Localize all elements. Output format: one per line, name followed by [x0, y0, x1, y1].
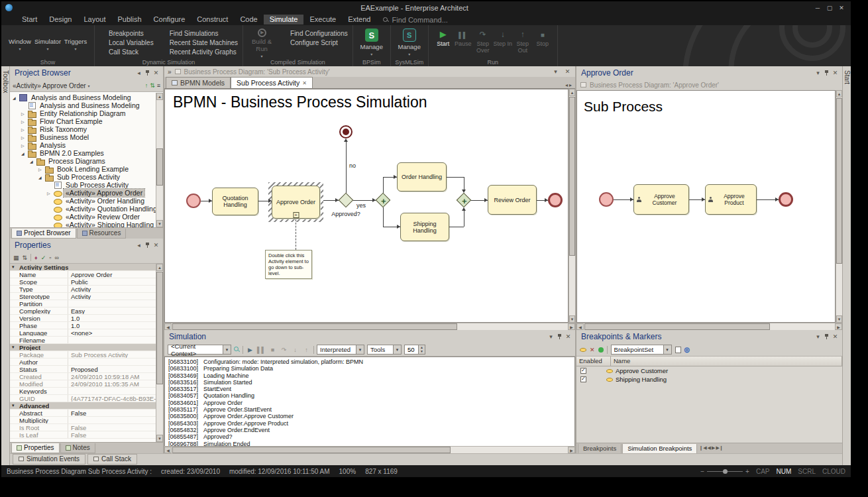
scroll-right-icon[interactable]: ▶: [568, 323, 575, 330]
property-row[interactable]: Modified 24/09/2010 11:05:35 AM: [10, 380, 156, 388]
column-header-enabled[interactable]: Enabled: [576, 357, 611, 366]
tree-item[interactable]: Analysis and Business Modeling: [10, 101, 156, 109]
zoom-slider[interactable]: − +: [700, 468, 749, 475]
context-combo[interactable]: <Current Context>▼: [168, 345, 231, 355]
panel-tab[interactable]: Notes: [60, 443, 95, 453]
chevron-down-icon[interactable]: ▾: [814, 333, 822, 341]
ribbon-menu-item[interactable]: Recent Activity Graphs: [160, 48, 238, 56]
ribbon-menu-item[interactable]: Breakpoints: [99, 29, 154, 37]
selection-hatch-border[interactable]: Approve Order +: [268, 182, 323, 222]
expand-arrow-icon[interactable]: [21, 119, 28, 124]
bpmn-exclusive-gateway[interactable]: [339, 193, 354, 208]
chevron-down-icon[interactable]: ▾: [551, 68, 560, 76]
property-row[interactable]: Multiplicity: [10, 417, 156, 424]
diagram-vertical-scrollbar[interactable]: ▲ ▼: [569, 89, 575, 323]
pin-icon[interactable]: [143, 241, 152, 250]
delete-all-icon[interactable]: ✕: [590, 347, 595, 353]
close-button[interactable]: ✕: [836, 3, 847, 12]
property-value[interactable]: Easy: [68, 307, 156, 314]
zoom-slider-handle[interactable]: [723, 469, 728, 474]
bpmn-end-event[interactable]: [779, 192, 793, 207]
property-value[interactable]: {4A771747-DFAC-4c8b-B93E-1C4...: [68, 395, 156, 402]
new-set-icon[interactable]: [675, 347, 681, 353]
bpmn-parallel-gateway-fork[interactable]: +: [376, 193, 391, 208]
tree-item[interactable]: Sub Process Activity: [10, 181, 156, 189]
bpsim-manage-button[interactable]: S Manage▾: [358, 27, 386, 56]
panel-tab[interactable]: Properties: [11, 443, 60, 453]
property-row[interactable]: Type Activity: [10, 286, 156, 293]
categorized-view-icon[interactable]: ▦: [13, 254, 19, 261]
ribbon-tab[interactable]: Layout: [78, 15, 111, 25]
chevron-down-icon[interactable]: ▾: [547, 333, 555, 341]
favorites-icon[interactable]: ♦: [34, 254, 38, 261]
property-row[interactable]: Filename: [10, 337, 156, 344]
property-row[interactable]: Is Root False: [10, 424, 156, 431]
close-panel-icon[interactable]: ✕: [564, 333, 572, 341]
spinner-arrows-icon[interactable]: ▲▼: [418, 345, 425, 354]
start-page-tab[interactable]: Start: [843, 66, 851, 88]
tab-prev-icon[interactable]: ◀: [708, 445, 711, 451]
build-and-run-button[interactable]: Build & Run▾: [248, 27, 276, 58]
property-value[interactable]: Approve Order: [68, 271, 156, 278]
property-value[interactable]: [40, 344, 156, 351]
expand-arrow-icon[interactable]: [21, 127, 28, 132]
search-icon[interactable]: [234, 347, 240, 353]
property-row[interactable]: Name Approve Order: [10, 271, 156, 278]
property-value[interactable]: 1.0: [68, 315, 156, 321]
property-row[interactable]: Author: [10, 359, 156, 366]
expand-arrow-icon[interactable]: [21, 111, 28, 116]
tree-menu-icon[interactable]: ≡: [157, 82, 160, 89]
scrollbar-thumb[interactable]: [172, 447, 451, 453]
scrollbar-thumb[interactable]: [584, 323, 770, 330]
scroll-left-icon[interactable]: ◀: [164, 447, 172, 453]
tree-item[interactable]: «Activity» Approve Order: [10, 189, 156, 197]
property-value[interactable]: 24/09/2010 11:05:35 AM: [68, 380, 156, 387]
bpmn-task-review-order[interactable]: Review Order: [488, 185, 537, 215]
ribbon-tab[interactable]: Simulate: [264, 15, 304, 25]
ribbon-tab[interactable]: Configure: [148, 15, 191, 25]
breakpoint-set-combo[interactable]: BreakpointSet▼: [611, 345, 672, 355]
enable-all-icon[interactable]: [598, 347, 604, 353]
breakpoint-enabled-checkbox[interactable]: [580, 376, 586, 382]
scrollbar-thumb[interactable]: [156, 272, 163, 384]
property-row[interactable]: Package Sub Process Activity: [10, 351, 156, 359]
property-row[interactable]: Version 1.0: [10, 315, 156, 322]
close-panel-icon[interactable]: ✕: [831, 69, 840, 78]
speed-spinner[interactable]: 50 ▲▼: [404, 345, 425, 355]
diagram-tab[interactable]: Sub Process Activity ✕: [231, 77, 313, 88]
apply-icon[interactable]: ✓: [41, 254, 46, 261]
navigate-up-icon[interactable]: ↑: [145, 82, 148, 89]
scroll-up-icon[interactable]: ▲: [156, 93, 163, 100]
expand-arrow-icon[interactable]: [21, 151, 28, 156]
ribbon-menu-item[interactable]: Recent State Machines: [160, 38, 238, 46]
property-row[interactable]: Advanced: [10, 402, 156, 410]
find-command-box[interactable]: Find Command...: [383, 16, 447, 24]
ribbon-tab[interactable]: Code: [234, 15, 263, 25]
tree-item[interactable]: Business Model: [10, 133, 156, 141]
expand-arrow-icon[interactable]: [30, 159, 36, 164]
property-row[interactable]: Is Leaf False: [10, 431, 156, 439]
note-annotation[interactable]: Double click this Activity element to go…: [265, 250, 312, 279]
expand-arrow-icon[interactable]: [38, 175, 45, 180]
ribbon-menu-item[interactable]: Find Simulations: [160, 29, 238, 37]
property-value[interactable]: False: [68, 424, 156, 431]
scroll-down-icon[interactable]: ▼: [836, 315, 842, 323]
panel-menu-icon[interactable]: ◂: [135, 241, 143, 250]
tree-item[interactable]: «Activity» Order Handling: [10, 197, 156, 205]
mode-combo[interactable]: Interpreted▼: [317, 345, 364, 355]
tree-item[interactable]: Entity Relationship Diagram: [10, 109, 156, 117]
simulation-log[interactable]: [06833100] Configuration: mode: Interpre…: [164, 357, 575, 446]
column-header-name[interactable]: Name: [611, 357, 842, 366]
ribbon-button[interactable]: Window▾: [6, 27, 34, 51]
pin-icon[interactable]: [822, 333, 831, 341]
tools-combo[interactable]: Tools▼: [367, 345, 402, 355]
property-row[interactable]: Abstract False: [10, 410, 156, 417]
tab-last-icon[interactable]: ▶❙: [716, 445, 723, 451]
bpmn-parallel-gateway-join[interactable]: +: [457, 193, 472, 208]
tree-item[interactable]: Analysis: [10, 141, 156, 149]
bpmn-end-event[interactable]: [548, 193, 563, 207]
overflow-chevrons-icon[interactable]: »: [168, 68, 172, 76]
property-row[interactable]: Complexity Easy: [10, 307, 156, 315]
tree-item[interactable]: «Activity» Shipping Handling: [10, 221, 156, 227]
scrollbar-thumb[interactable]: [836, 98, 842, 264]
